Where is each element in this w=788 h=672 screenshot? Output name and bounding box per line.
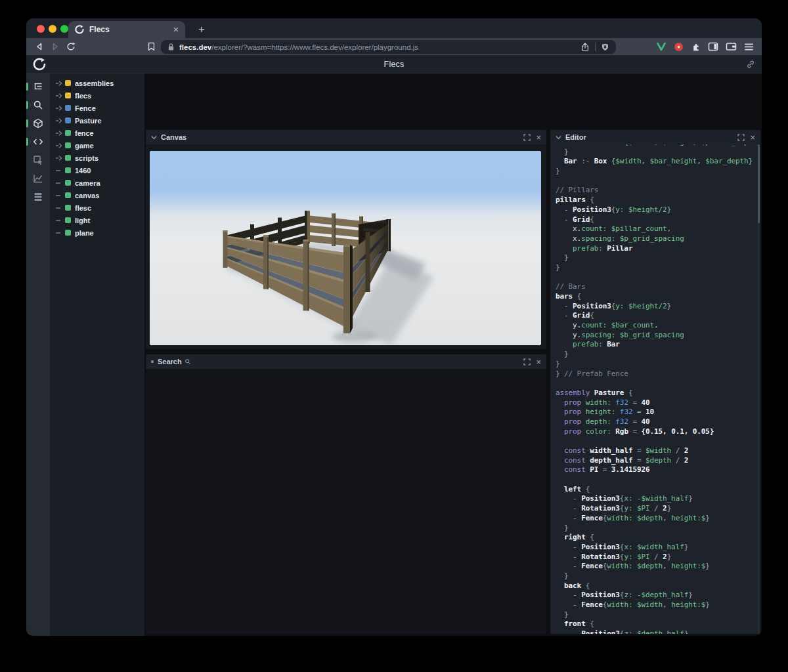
tree-item-light[interactable]: light xyxy=(50,214,144,226)
close-icon[interactable]: × xyxy=(536,358,541,366)
code-line xyxy=(556,273,760,283)
back-button[interactable] xyxy=(32,39,47,54)
expand-arrow-icon[interactable] xyxy=(55,104,63,112)
tree-item-Pasture[interactable]: Pasture xyxy=(50,114,144,127)
sidebar-search-icon[interactable] xyxy=(26,96,50,114)
code-line: pillars { xyxy=(556,196,760,205)
code-line: - Position3{z: $depth_half} xyxy=(556,629,760,634)
left-icon-sidebar xyxy=(26,74,50,636)
code-line: } xyxy=(556,360,760,369)
code-line xyxy=(556,475,760,485)
share-icon[interactable] xyxy=(580,42,590,52)
tree-item-camera[interactable]: camera xyxy=(50,177,144,189)
code-line: - Fence{width: $depth, height:$} xyxy=(556,562,760,572)
expand-arrow-icon[interactable] xyxy=(55,142,63,150)
tree-item-1460[interactable]: 1460 xyxy=(50,164,144,177)
url-bar[interactable]: flecs.dev/explorer/?wasm=https://www.fle… xyxy=(161,40,616,54)
entity-color-square xyxy=(65,80,71,86)
forward-button[interactable] xyxy=(47,39,63,54)
chevron-down-icon[interactable] xyxy=(151,135,157,140)
editor-scrollbar-thumb[interactable] xyxy=(758,144,760,223)
tree-item-fence[interactable]: fence xyxy=(50,127,144,139)
leaf-marker-icon xyxy=(55,204,63,212)
minimize-window-button[interactable] xyxy=(49,25,56,33)
tree-item-assemblies[interactable]: assemblies xyxy=(50,77,144,89)
entity-color-square xyxy=(65,105,71,111)
zoom-window-button[interactable] xyxy=(60,25,68,33)
fullscreen-icon[interactable] xyxy=(523,358,531,366)
code-line: bars { xyxy=(556,292,760,302)
page-title: Flecs xyxy=(26,60,762,69)
wallet-icon[interactable] xyxy=(726,42,737,51)
tab-strip: Flecs × + xyxy=(26,18,762,38)
tree-item-scripts[interactable]: scripts xyxy=(50,152,144,164)
expand-arrow-icon[interactable] xyxy=(55,129,63,137)
sidebar-stats-chart-icon[interactable] xyxy=(26,170,50,187)
new-tab-button[interactable]: + xyxy=(194,22,209,37)
vue-devtools-icon[interactable] xyxy=(656,42,667,51)
sidebar-inspector-icon[interactable] xyxy=(26,152,50,169)
code-line: right { xyxy=(556,533,760,543)
browser-tab[interactable]: Flecs × xyxy=(68,21,185,38)
tree-item-plane[interactable]: plane xyxy=(50,226,144,239)
close-window-button[interactable] xyxy=(37,25,45,33)
entity-label: scripts xyxy=(75,154,98,162)
code-line: left { xyxy=(556,485,760,495)
entity-label: light xyxy=(75,217,90,224)
entity-color-square xyxy=(65,155,71,161)
editor-panel-body[interactable]: Pillar :- Box {$width, $height, $pillar_… xyxy=(550,144,760,634)
collapsed-indicator-icon[interactable] xyxy=(151,360,154,363)
url-domain: flecs.dev xyxy=(179,43,211,51)
canvas-3d-viewport[interactable] xyxy=(150,151,541,345)
fullscreen-icon[interactable] xyxy=(523,134,531,141)
code-line: } xyxy=(556,572,760,581)
extensions-puzzle-icon[interactable] xyxy=(691,42,701,52)
sidebar-cube-icon[interactable] xyxy=(26,115,50,132)
expand-arrow-icon[interactable] xyxy=(55,154,63,162)
code-line: - Fence{width: $depth, height:$} xyxy=(556,514,760,524)
code-line: x.spacing: $p_grid_spacing xyxy=(556,234,760,244)
menu-icon[interactable] xyxy=(744,43,754,51)
tree-item-Fence[interactable]: Fence xyxy=(50,102,144,114)
search-panel-body[interactable] xyxy=(146,369,546,634)
entity-tree-icon xyxy=(33,81,43,92)
leaf-marker-icon xyxy=(55,217,63,224)
tab-close-icon[interactable]: × xyxy=(173,25,179,34)
bookmark-icon[interactable] xyxy=(143,39,159,54)
search-icon xyxy=(33,100,43,110)
tree-item-flecs[interactable]: flecs xyxy=(50,89,144,102)
reload-button[interactable] xyxy=(63,39,79,54)
tree-item-game[interactable]: game xyxy=(50,139,144,152)
close-icon[interactable]: × xyxy=(536,133,541,142)
sidebar-tables-icon[interactable] xyxy=(26,188,50,205)
canvas-3d-scene xyxy=(150,151,541,345)
close-icon[interactable]: × xyxy=(750,133,755,142)
inspector-icon xyxy=(33,155,43,165)
sidebar-entity-tree-icon[interactable] xyxy=(26,78,50,95)
canvas-panel-title: Canvas xyxy=(161,133,186,141)
entity-label: Pasture xyxy=(75,117,101,125)
chevron-down-icon[interactable] xyxy=(556,135,561,140)
editor-scrollbar[interactable] xyxy=(758,144,760,634)
expand-arrow-icon[interactable] xyxy=(55,79,63,87)
brave-shield-icon[interactable] xyxy=(601,43,609,52)
entity-tree-panel: assembliesflecsFencePasturefencegamescri… xyxy=(50,74,144,636)
code-line: - Position3{x: -$width_half} xyxy=(556,494,760,504)
entity-label: canvas xyxy=(75,192,99,200)
cube-icon xyxy=(33,118,43,129)
sidebar-toggle-icon[interactable] xyxy=(708,42,718,51)
sidebar-code-icon[interactable] xyxy=(26,133,50,150)
permalink-icon[interactable] xyxy=(746,60,755,69)
code-line: const width_half = $width / 2 xyxy=(556,446,760,456)
expand-arrow-icon[interactable] xyxy=(55,117,63,125)
fullscreen-icon[interactable] xyxy=(737,134,745,141)
entity-color-square xyxy=(65,217,71,223)
code-line: } xyxy=(556,524,760,534)
code-editor[interactable]: Pillar :- Box {$width, $height, $pillar_… xyxy=(550,144,760,634)
code-line: Pillar :- Box {$width, $height, $pillar_… xyxy=(556,144,760,148)
tree-item-canvas[interactable]: canvas xyxy=(50,189,144,201)
adblock-badge-icon[interactable] xyxy=(674,42,684,52)
editor-panel: Editor × Pillar :- Box {$width, $height,… xyxy=(550,130,760,634)
expand-arrow-icon[interactable] xyxy=(55,92,63,100)
tree-item-flesc[interactable]: flesc xyxy=(50,201,144,214)
